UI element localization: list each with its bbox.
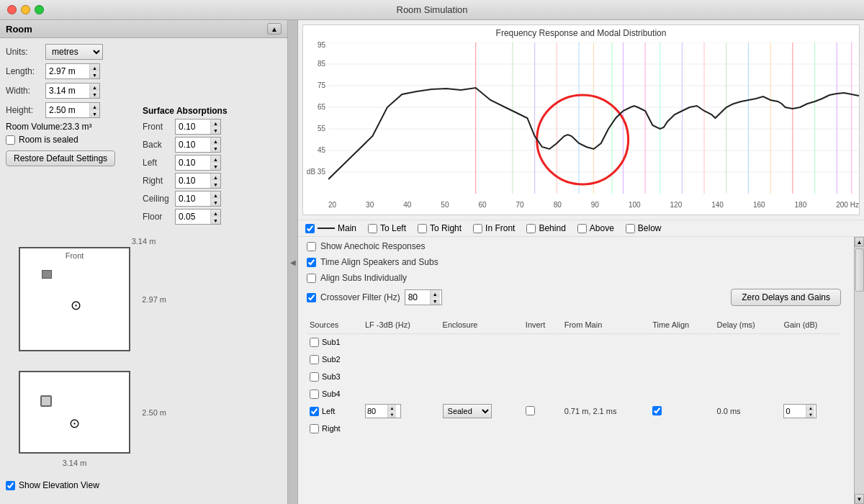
left-up[interactable]: ▲ xyxy=(211,156,220,163)
sub1-gain xyxy=(780,333,841,351)
time-align-checkbox[interactable] xyxy=(307,258,316,267)
left-hz-down[interactable]: ▼ xyxy=(388,411,396,418)
toright-checkbox[interactable] xyxy=(418,224,427,233)
scroll-thumb[interactable] xyxy=(855,248,864,292)
check-main: Main xyxy=(305,223,356,233)
col-delay: Delay (ms) xyxy=(714,316,781,333)
floor-down[interactable]: ▼ xyxy=(211,217,220,224)
ceiling-down[interactable]: ▼ xyxy=(211,199,220,206)
left-down[interactable]: ▼ xyxy=(211,163,220,170)
maximize-button[interactable] xyxy=(35,5,44,14)
sub3-enable[interactable] xyxy=(310,372,319,382)
width-up[interactable]: ▲ xyxy=(90,84,99,91)
length-down[interactable]: ▼ xyxy=(90,71,99,78)
scroll-down-button[interactable]: ▼ xyxy=(855,494,864,504)
left-enable[interactable] xyxy=(310,407,319,416)
time-align-label: Time Align Speakers and Subs xyxy=(320,257,438,267)
right-down[interactable]: ▼ xyxy=(211,181,220,188)
back-down[interactable]: ▼ xyxy=(211,145,220,152)
show-elevation-label: Show Elevation View xyxy=(19,480,99,490)
col-fm: From Main xyxy=(562,316,650,333)
back-up[interactable]: ▲ xyxy=(211,138,220,145)
scroll-track[interactable] xyxy=(855,247,864,494)
surface-floor-row: Floor ▲ ▼ xyxy=(143,209,228,225)
listener-icon-elev: ⊙ xyxy=(69,415,80,431)
x-120: 120 xyxy=(670,201,683,209)
col-inv: Invert xyxy=(523,316,562,333)
sub4-enable[interactable] xyxy=(310,390,319,399)
front-down[interactable]: ▼ xyxy=(211,127,220,134)
left-enc-select[interactable]: Sealed Ported xyxy=(443,404,492,418)
y-axis: 95 85 75 65 55 45 dB 35 xyxy=(303,40,328,209)
floor-input[interactable] xyxy=(176,210,210,224)
col-lf: LF -3dB (Hz) xyxy=(362,316,440,333)
left-gain-cell: ▲ ▼ xyxy=(780,402,841,420)
ceiling-up[interactable]: ▲ xyxy=(211,192,220,199)
width-down[interactable]: ▼ xyxy=(90,91,99,98)
crossover-checkbox[interactable] xyxy=(307,293,316,302)
sub2-enable[interactable] xyxy=(310,355,319,364)
sub4-row: Sub4 xyxy=(307,385,841,402)
toleft-checkbox[interactable] xyxy=(368,224,377,233)
crossover-input[interactable] xyxy=(405,290,430,305)
floor-up[interactable]: ▲ xyxy=(211,210,220,217)
left-gain-input[interactable] xyxy=(784,405,806,418)
left-ta-check[interactable] xyxy=(652,406,662,415)
behind-checkbox[interactable] xyxy=(526,224,536,233)
length-input-group: ▲ ▼ xyxy=(45,63,100,79)
x-70: 70 xyxy=(516,201,524,209)
window-title: Room Simulation xyxy=(397,4,468,15)
right-enable[interactable] xyxy=(310,424,319,433)
ceiling-label: Ceiling xyxy=(143,194,175,204)
zero-button[interactable]: Zero Delays and Gains xyxy=(731,289,841,306)
length-up[interactable]: ▲ xyxy=(90,64,99,71)
left-inv-check[interactable] xyxy=(526,406,535,415)
left-gain-up[interactable]: ▲ xyxy=(806,405,814,411)
sources-table: Sources LF -3dB (Hz) Enclosure Invert Fr… xyxy=(307,316,841,437)
sub1-enable[interactable] xyxy=(310,338,319,347)
left-gain-down[interactable]: ▼ xyxy=(806,411,814,418)
align-subs-checkbox[interactable] xyxy=(307,274,316,283)
main-checkbox[interactable] xyxy=(305,224,315,233)
bottom-content: Show Anechoic Responses Time Align Speak… xyxy=(298,237,854,504)
listener-icon-top: ⊙ xyxy=(71,297,81,313)
front-up[interactable]: ▲ xyxy=(211,120,220,127)
ceiling-input[interactable] xyxy=(176,192,210,206)
length-input[interactable] xyxy=(46,64,89,78)
right-input[interactable] xyxy=(176,174,210,188)
left-enc-cell: Sealed Ported xyxy=(440,402,523,420)
left-fm-cell: 0.71 m, 2.1 ms xyxy=(562,402,650,420)
front-input[interactable] xyxy=(176,120,210,134)
units-select[interactable]: metres feet xyxy=(45,44,103,60)
width-row: Width: ▲ ▼ xyxy=(6,83,282,99)
infront-checkbox[interactable] xyxy=(473,224,482,233)
col-sources: Sources xyxy=(307,316,362,333)
left-hz-input[interactable] xyxy=(366,405,387,418)
show-elevation-checkbox[interactable] xyxy=(6,481,15,490)
crossover-up[interactable]: ▲ xyxy=(431,290,440,297)
crossover-down[interactable]: ▼ xyxy=(431,297,440,305)
scroll-up-button[interactable]: ▲ xyxy=(855,237,864,247)
left-hz-up[interactable]: ▲ xyxy=(388,405,396,411)
back-input[interactable] xyxy=(176,138,210,152)
channel-checks: Main To Left To Right In Front Behind Ab… xyxy=(298,220,864,237)
width-input[interactable] xyxy=(46,84,89,98)
surface-right-row: Right ▲ ▼ xyxy=(143,173,228,189)
chart-wrapper: 95 85 75 65 55 45 dB 35 xyxy=(303,40,859,209)
x-30: 30 xyxy=(366,201,374,209)
align-subs-row: Align Subs Individually xyxy=(307,273,841,283)
above-checkbox[interactable] xyxy=(577,224,587,233)
show-anechoic-checkbox[interactable] xyxy=(307,242,316,251)
sub3-name: Sub3 xyxy=(322,372,341,381)
collapse-button[interactable]: ▲ xyxy=(267,23,282,35)
units-label: Units: xyxy=(6,47,45,57)
below-checkbox[interactable] xyxy=(626,224,635,233)
right-up[interactable]: ▲ xyxy=(211,174,220,181)
col-enc: Enclosure xyxy=(440,316,523,333)
right-spinner: ▲ ▼ xyxy=(210,174,220,188)
main-line xyxy=(318,228,335,229)
minimize-button[interactable] xyxy=(21,5,30,14)
close-button[interactable] xyxy=(7,5,17,14)
left-input[interactable] xyxy=(176,156,210,170)
panel-arrow[interactable]: ◀ xyxy=(288,20,298,504)
